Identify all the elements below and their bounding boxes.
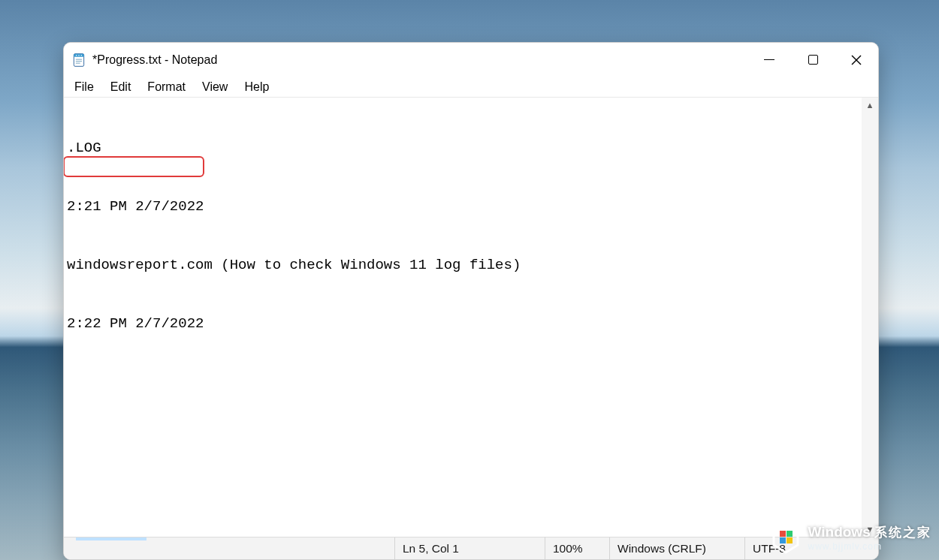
scroll-down-arrow-icon[interactable]: ▼ bbox=[862, 522, 878, 537]
status-line-ending: Windows (CRLF) bbox=[609, 537, 744, 559]
maximize-button[interactable] bbox=[791, 43, 835, 77]
status-zoom: 100% bbox=[545, 537, 609, 559]
menubar: File Edit Format View Help bbox=[64, 77, 878, 98]
notepad-window: *Progress.txt - Notepad File Edit Format… bbox=[63, 42, 879, 560]
status-cursor-position: Ln 5, Col 1 bbox=[394, 537, 545, 559]
minimize-button[interactable] bbox=[747, 43, 791, 77]
annotation-highlight-box bbox=[64, 156, 204, 177]
editor-wrap: .LOG 2:21 PM 2/7/2022 windowsreport.com … bbox=[64, 98, 878, 537]
status-padding bbox=[64, 537, 394, 559]
menu-help[interactable]: Help bbox=[237, 79, 278, 95]
status-encoding: UTF-8 bbox=[744, 537, 878, 559]
menu-file[interactable]: File bbox=[67, 79, 103, 95]
editor-line: 2:22 PM 2/7/2022 bbox=[67, 314, 859, 333]
maximize-icon bbox=[808, 55, 818, 65]
watermark-brand-cn: 系统之家 bbox=[874, 525, 931, 540]
menu-view[interactable]: View bbox=[195, 79, 237, 95]
menu-edit[interactable]: Edit bbox=[103, 79, 140, 95]
svg-point-4 bbox=[81, 55, 83, 56]
titlebar[interactable]: *Progress.txt - Notepad bbox=[64, 43, 878, 77]
close-icon bbox=[851, 55, 862, 65]
svg-point-3 bbox=[78, 55, 80, 56]
window-controls bbox=[747, 43, 878, 77]
menu-format[interactable]: Format bbox=[140, 79, 195, 95]
selection-sliver bbox=[76, 537, 146, 540]
editor-line: .LOG bbox=[67, 138, 859, 158]
close-button[interactable] bbox=[835, 43, 878, 77]
editor-line: windowsreport.com (How to check Windows … bbox=[67, 255, 859, 275]
window-title: *Progress.txt - Notepad bbox=[92, 53, 217, 67]
vertical-scrollbar[interactable]: ▲ ▼ bbox=[862, 98, 878, 537]
svg-point-2 bbox=[76, 55, 77, 56]
scroll-up-arrow-icon[interactable]: ▲ bbox=[862, 98, 878, 113]
minimize-icon bbox=[764, 59, 774, 61]
statusbar: Ln 5, Col 1 100% Windows (CRLF) UTF-8 bbox=[64, 537, 878, 559]
text-editor[interactable]: .LOG 2:21 PM 2/7/2022 windowsreport.com … bbox=[64, 98, 862, 537]
editor-line: 2:21 PM 2/7/2022 bbox=[67, 197, 859, 216]
notepad-icon bbox=[70, 51, 88, 69]
